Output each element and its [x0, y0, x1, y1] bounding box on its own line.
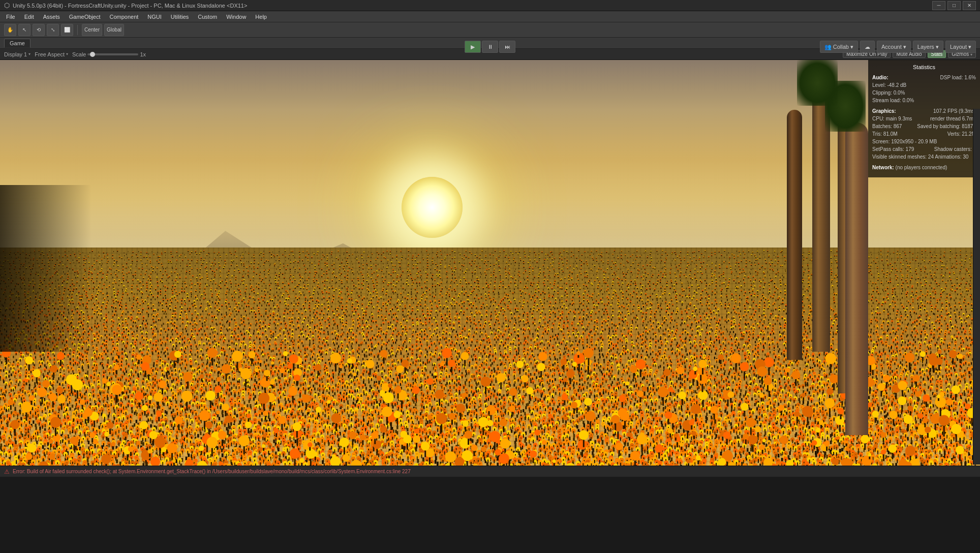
tris: Tris: 81.0M	[872, 130, 898, 138]
aspect-selector[interactable]: Free Aspect ▾	[35, 51, 68, 57]
step-button[interactable]: ⏭	[499, 41, 515, 53]
audio-level: Level: -48.2 dB	[872, 82, 906, 88]
setpass: SetPass calls: 179	[872, 145, 914, 153]
gizmos-dropdown-arrow: ▾	[970, 52, 972, 57]
play-button[interactable]: ▶	[465, 41, 481, 53]
hand-tool-button[interactable]: ✋	[4, 24, 16, 36]
audio-dsp: DSP load: 1.6%	[940, 74, 976, 81]
animations: Animations: 30	[935, 154, 968, 160]
cloud-button[interactable]: ☁	[860, 41, 875, 53]
plant-leaves-2	[797, 60, 838, 106]
rect-tool-button[interactable]: ⬜	[61, 24, 73, 36]
center-button[interactable]: Center	[82, 24, 102, 36]
scale-tool-button[interactable]: ⤡	[47, 24, 59, 36]
menu-help[interactable]: Help	[251, 13, 271, 21]
network-stats: Network: (no players connected)	[872, 164, 976, 171]
menu-utilities[interactable]: Utilities	[167, 13, 193, 21]
scale-slider[interactable]	[87, 53, 138, 55]
verts: Verts: 21.2M	[947, 130, 976, 138]
toolbar-separator-1	[77, 25, 78, 35]
display-dropdown-arrow: ▾	[28, 52, 30, 56]
menu-bar: File Edit Assets GameObject Component NG…	[0, 11, 980, 22]
unity-icon: ⬡	[4, 2, 10, 9]
menu-ngui[interactable]: NGUI	[143, 13, 166, 21]
fps-value: 107.2 FPS (9.3ms)	[933, 107, 976, 115]
menu-edit[interactable]: Edit	[20, 13, 38, 21]
cloud-icon: ☁	[865, 44, 870, 50]
game-viewport: Statistics Audio: DSP load: 1.6% Level: …	[0, 60, 980, 477]
error-icon: ⚠	[4, 468, 10, 475]
audio-label: Audio:	[872, 74, 889, 81]
menu-window[interactable]: Window	[222, 13, 250, 21]
shadow-casters: Shadow casters: 0	[934, 145, 976, 153]
menu-component[interactable]: Component	[105, 13, 142, 21]
close-button[interactable]: ✕	[963, 1, 976, 10]
minimize-button[interactable]: ─	[932, 1, 945, 10]
network-value: (no players connected)	[896, 165, 947, 170]
error-bar: ⚠ Error: Build of Air failed surrounded …	[0, 466, 980, 477]
stats-panel: Statistics Audio: DSP load: 1.6% Level: …	[868, 60, 980, 177]
audio-stream: Stream load: 0.0%	[872, 98, 914, 103]
layout-button[interactable]: Layout ▾	[945, 41, 976, 53]
account-button[interactable]: Account ▾	[877, 41, 911, 53]
collab-icon: 👥	[824, 44, 832, 50]
left-shadow	[0, 185, 91, 352]
batches: Batches: 867	[872, 122, 902, 130]
network-label: Network:	[872, 165, 894, 170]
saved-batching: Saved by batching: 81879	[917, 122, 976, 130]
layers-button[interactable]: Layers ▾	[913, 41, 943, 53]
play-controls: ▶ ⏸ ⏭	[465, 41, 515, 53]
screen-size: Screen: 1920x950 - 20.9 MB	[872, 139, 937, 144]
menu-file[interactable]: File	[2, 13, 19, 21]
audio-stats: Audio: DSP load: 1.6% Level: -48.2 dB Cl…	[872, 74, 976, 104]
scale-control: Scale 1x	[72, 51, 146, 57]
maximize-button[interactable]: □	[947, 1, 961, 10]
menu-assets[interactable]: Assets	[39, 13, 64, 21]
window-controls: ─ □ ✕	[932, 1, 976, 10]
right-plants-area	[756, 60, 868, 477]
collab-button[interactable]: 👥 Collab ▾	[820, 41, 858, 53]
audio-clipping: Clipping: 0.0%	[872, 90, 905, 96]
pause-button[interactable]: ⏸	[482, 41, 498, 53]
move-tool-button[interactable]: ↖	[18, 24, 30, 36]
menu-custom[interactable]: Custom	[194, 13, 221, 21]
error-text: Error: Build of Air failed surrounded ch…	[13, 469, 411, 474]
visible-skinned: Visible skinned meshes: 24	[872, 154, 934, 160]
global-button[interactable]: Global	[104, 24, 124, 36]
graphics-stats: Graphics: 107.2 FPS (9.3ms) CPU: main 9.…	[872, 107, 976, 161]
title-text: Unity 5.5.0p3 (64bit) - FortressCraftUni…	[13, 3, 247, 9]
toolbar: ✋ ↖ ⟲ ⤡ ⬜ Center Global ▶ ⏸ ⏭ 👥 Collab ▾…	[0, 22, 980, 38]
right-scrollbar[interactable]	[973, 109, 980, 465]
cpu-main: CPU: main 9.3ms	[872, 115, 912, 122]
plant-stalk-4	[845, 122, 868, 435]
menu-gameobject[interactable]: GameObject	[65, 13, 105, 21]
plant-stalk-3	[787, 110, 802, 360]
graphics-label: Graphics:	[872, 107, 896, 115]
title-bar: ⬡ Unity 5.5.0p3 (64bit) - FortressCraftU…	[0, 0, 980, 11]
display-selector[interactable]: Display 1 ▾	[4, 51, 30, 57]
game-tab[interactable]: Game	[4, 39, 30, 48]
render-thread: render thread 6.7ms	[930, 115, 976, 122]
top-right-buttons: 👥 Collab ▾ ☁ Account ▾ Layers ▾ Layout ▾	[820, 41, 976, 53]
game-scene: Statistics Audio: DSP load: 1.6% Level: …	[0, 60, 980, 477]
scale-thumb[interactable]	[90, 52, 95, 57]
rotate-tool-button[interactable]: ⟲	[33, 24, 45, 36]
stats-title: Statistics	[872, 63, 976, 72]
aspect-dropdown-arrow: ▾	[66, 52, 68, 56]
